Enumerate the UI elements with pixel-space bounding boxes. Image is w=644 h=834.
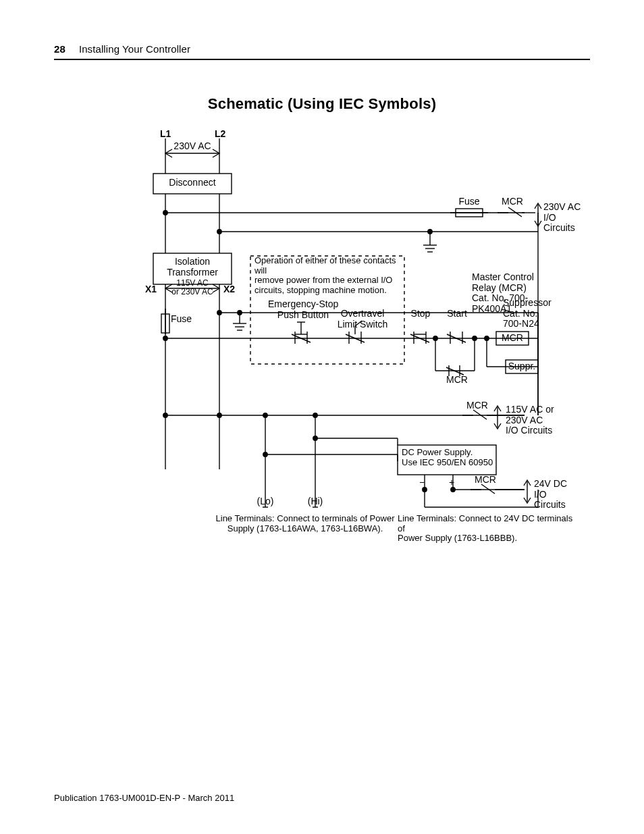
svg-point-66 [473,336,477,340]
label-mcr-24: MCR [471,475,500,486]
label-right-230: 230V AC I/O Circuits [543,202,581,234]
label-fuse-top: Fuse [454,197,484,207]
label-start: Start [442,309,472,319]
svg-point-31 [238,311,242,315]
label-plus: + [449,477,454,488]
label-x2: X2 [223,284,235,295]
section-title: Installing Your Controller [79,43,190,55]
svg-point-19 [428,230,432,234]
label-right-115: 115V AC or 230V AC I/O Circuits [506,405,554,436]
label-disconnect: Disconnect [153,178,232,188]
label-mcr-top: MCR [498,197,527,207]
svg-point-104 [423,488,427,492]
label-estop: Emergency-Stop Push Button [268,299,338,320]
label-right-24: 24V DC I/O Circuits [534,479,567,511]
label-op-note: Operation of either of these contacts wi… [254,256,400,295]
label-l2: L2 [215,129,225,140]
label-dc-supply: DC Power Supply. Use IEC 950/EN 60950 [402,448,495,467]
label-x1: X1 [145,284,157,295]
label-230v: 230V AC [172,141,213,152]
page-number: 28 [54,43,65,55]
svg-point-69 [485,336,489,340]
label-iso-transformer: Isolation Transformer [153,257,232,278]
label-minus: − [419,477,425,488]
svg-point-85 [313,413,317,417]
svg-line-77 [473,410,487,419]
label-xvolt: 115V AC or 230V AC [161,279,223,297]
label-lo: (Lo) [253,496,277,507]
svg-point-89 [263,452,267,457]
svg-point-84 [263,413,267,417]
footer-publication: Publication 1763-UM001D-EN-P - March 201… [54,793,234,803]
svg-point-60 [433,336,437,340]
label-line-terminals-ac: Line Terminals: Connect to terminals of … [207,514,403,533]
label-overtravel: Overtravel Limit Switch [330,309,395,330]
page-header: 28 Installing Your Controller [54,43,590,60]
label-hi: (Hi) [303,496,327,507]
label-mcr-hold: MCR [442,375,472,386]
svg-point-103 [451,488,455,492]
svg-point-87 [313,436,317,440]
label-mcr-115: MCR [462,400,492,411]
label-mcr-coil: MCR [496,333,529,344]
page-title: Schematic (Using IEC Symbols) [54,95,590,113]
label-stop: Stop [407,309,434,319]
label-supp-info: Suppressor Cat. No. 700-N24 [503,298,552,330]
label-line-terminals-dc: Line Terminals: Connect to 24V DC termin… [398,514,573,544]
svg-line-12 [508,207,522,217]
schematic-diagram: L1 L2 230V AC Disconnect Fuse MCR 230V A… [92,132,552,591]
svg-line-97 [481,484,495,494]
label-l1: L1 [160,129,171,140]
label-suppressor: Suppr. [506,361,538,372]
label-fuse-left: Fuse [171,314,192,325]
